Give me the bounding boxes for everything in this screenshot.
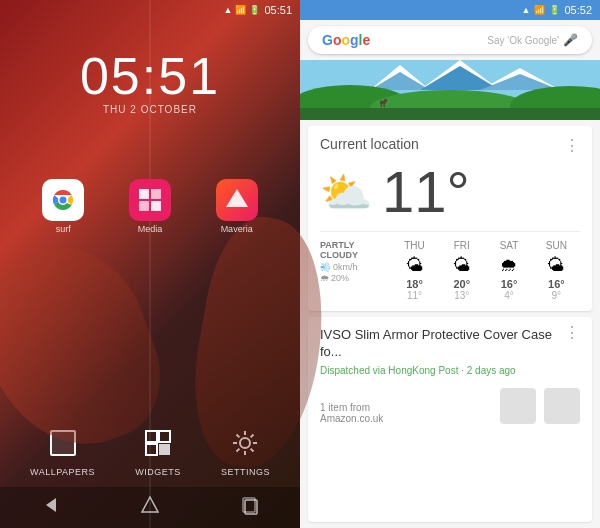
app-chrome[interactable]: surf: [42, 179, 84, 234]
temp-value: 11: [382, 159, 447, 224]
svg-rect-10: [146, 431, 157, 442]
svg-rect-6: [151, 201, 161, 211]
svg-rect-4: [151, 189, 161, 199]
right-panel: ▲ 📶 🔋 05:52 Google Say 'Ok Google' 🎤: [300, 0, 600, 528]
news-menu-dots[interactable]: ⋮: [564, 323, 580, 382]
svg-marker-7: [226, 189, 248, 207]
media-label: Media: [138, 224, 163, 234]
news-source-info: 1 item from Amazon.co.uk: [320, 402, 383, 424]
widgets-action[interactable]: WIDGETS: [135, 425, 181, 477]
wind-icon: 💨: [320, 262, 331, 272]
wind-speed: 0km/h: [333, 262, 358, 272]
news-content: IVSO Slim Armor Protective Cover Case fo…: [320, 327, 564, 382]
svg-rect-31: [384, 99, 387, 103]
svg-rect-33: [384, 104, 385, 107]
weather-menu-dots[interactable]: ⋮: [564, 136, 580, 155]
ok-google-label: Say 'Ok Google': [487, 35, 559, 46]
thu-lo: 11°: [391, 290, 438, 301]
status-time-right: 05:52: [564, 4, 592, 16]
signal-icon: 📶: [235, 5, 246, 15]
thu-label: THU: [391, 240, 438, 251]
app-maveria[interactable]: Maveria: [216, 179, 258, 234]
svg-point-2: [60, 197, 67, 204]
weather-condition-icon: ⛅: [320, 168, 372, 217]
svg-rect-29: [300, 108, 600, 120]
partly-cloudy-icon: ⛅: [320, 169, 372, 216]
battery-icon-right: 🔋: [549, 5, 560, 15]
forecast-sat: SAT 🌧 16° 4°: [485, 240, 532, 301]
rain-icon: 🌧: [320, 273, 329, 283]
sat-icon: 🌧: [485, 255, 532, 276]
sat-lo: 4°: [485, 290, 532, 301]
widgets-icon[interactable]: [140, 425, 176, 461]
clock-date: THU 2 OCTOBER: [80, 104, 220, 115]
wifi-icon: ▲: [224, 5, 233, 15]
ok-google-text[interactable]: Say 'Ok Google' 🎤: [487, 33, 578, 47]
status-time-left: 05:51: [264, 4, 292, 16]
maveria-label: Maveria: [221, 224, 253, 234]
sun-label: SUN: [533, 240, 580, 251]
maveria-svg: [224, 187, 250, 213]
weather-temp-display: 11°: [382, 163, 470, 221]
weather-card: Current location ⋮ ⛅ 11° PARTLY CLOUDY 💨…: [308, 126, 592, 311]
wallpapers-label: WALLPAPERS: [30, 467, 95, 477]
news-footer-icons: [500, 388, 580, 424]
weather-temperature: 11°: [382, 159, 470, 224]
sat-hi: 16°: [485, 278, 532, 290]
sun-icon: 🌤: [533, 255, 580, 276]
news-store: Amazon.co.uk: [320, 413, 383, 424]
svg-rect-12: [146, 444, 157, 455]
store-icon-2: [544, 388, 580, 424]
recent-button[interactable]: [230, 495, 270, 520]
clock-time: 05:51: [80, 50, 220, 102]
weather-header: Current location ⋮: [320, 136, 580, 155]
temp-unit: °: [447, 159, 470, 224]
maveria-icon[interactable]: [216, 179, 258, 221]
google-logo: Google: [322, 32, 370, 48]
condition-label: PARTLY CLOUDY: [320, 240, 391, 260]
svg-rect-13: [159, 444, 170, 455]
chrome-label: surf: [56, 224, 71, 234]
left-panel: ▲ 📶 🔋 05:51 05:51 THU 2 OCTOBER: [0, 0, 300, 528]
google-search-bar[interactable]: Google Say 'Ok Google' 🎤: [308, 26, 592, 54]
news-title: IVSO Slim Armor Protective Cover Case fo…: [320, 327, 556, 361]
fri-icon: 🌤: [438, 255, 485, 276]
news-bottom: 1 item from Amazon.co.uk: [320, 388, 580, 424]
svg-rect-32: [381, 104, 382, 107]
svg-marker-15: [46, 498, 56, 512]
news-source: 1 item from: [320, 402, 383, 413]
fri-hi: 20°: [438, 278, 485, 290]
precip-value: 20%: [331, 273, 349, 283]
forecast-thu: THU 🌤 18° 11°: [391, 240, 438, 301]
widgets-label: WIDGETS: [135, 467, 181, 477]
app-media[interactable]: Media: [129, 179, 171, 234]
weather-forecast: PARTLY CLOUDY 💨 0km/h 🌧 20% THU 🌤 18° 11…: [320, 231, 580, 301]
svg-rect-3: [139, 189, 149, 199]
precip-info: 🌧 20%: [320, 273, 391, 283]
media-icon[interactable]: [129, 179, 171, 221]
forecast-sun: SUN 🌤 16° 9°: [533, 240, 580, 301]
status-bar-right: ▲ 📶 🔋 05:52: [300, 0, 600, 20]
current-conditions: PARTLY CLOUDY 💨 0km/h 🌧 20%: [320, 240, 391, 301]
news-card[interactable]: IVSO Slim Armor Protective Cover Case fo…: [308, 317, 592, 522]
news-header: IVSO Slim Armor Protective Cover Case fo…: [320, 327, 580, 382]
weather-main: ⛅ 11°: [320, 163, 580, 221]
signal-icon-right: 📶: [534, 5, 545, 15]
status-icons: ▲ 📶 🔋: [224, 5, 261, 15]
media-svg: [137, 187, 163, 213]
thu-icon: 🌤: [391, 255, 438, 276]
thu-hi: 18°: [391, 278, 438, 290]
fri-lo: 13°: [438, 290, 485, 301]
svg-rect-11: [159, 431, 170, 442]
left-content: 05:51 THU 2 OCTOBER: [0, 20, 300, 409]
back-button[interactable]: [30, 495, 70, 520]
sun-hi: 16°: [533, 278, 580, 290]
battery-icon: 🔋: [249, 5, 260, 15]
weather-location: Current location: [320, 136, 419, 152]
fri-label: FRI: [438, 240, 485, 251]
store-icon-1: [500, 388, 536, 424]
mic-icon: 🎤: [563, 33, 578, 47]
chrome-svg: [47, 184, 79, 216]
news-dispatch: Dispatched via HongKong Post · 2 days ag…: [320, 365, 564, 376]
chrome-icon[interactable]: [42, 179, 84, 221]
